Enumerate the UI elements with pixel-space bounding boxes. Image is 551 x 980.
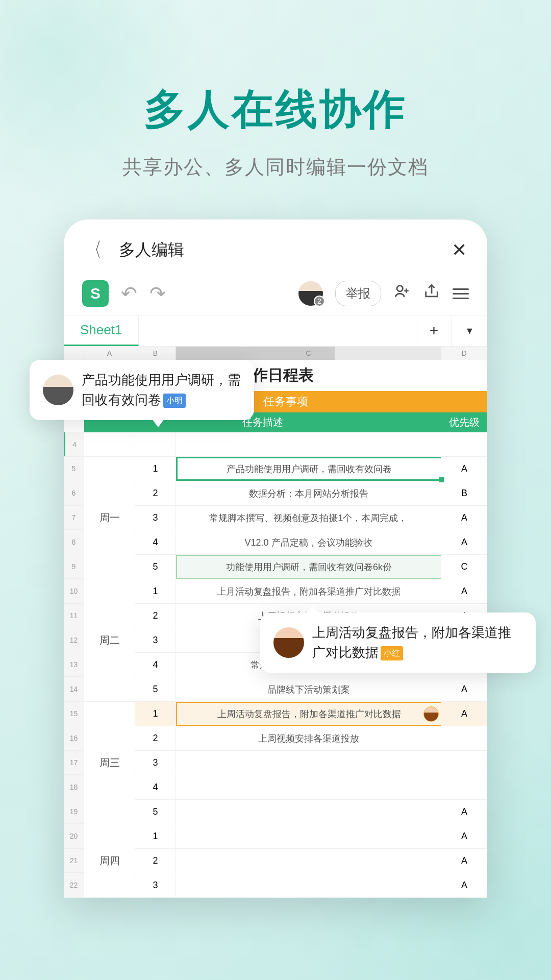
day-cell-mon[interactable]: 周一 bbox=[84, 511, 135, 525]
row-number[interactable]: 18 bbox=[64, 775, 84, 799]
table-row[interactable]: 1 产品功能使用用户调研，需回收有效问卷 A bbox=[135, 457, 487, 481]
comment-bubble-1: 产品功能使用用户调研，需回收有效问卷小明 bbox=[30, 360, 254, 420]
row-number[interactable]: 6 bbox=[64, 481, 84, 506]
table-row[interactable]: 4 bbox=[135, 775, 487, 800]
table-row[interactable]: 2上周视频安排各渠道投放 bbox=[135, 726, 487, 751]
col-header-b[interactable]: B bbox=[135, 347, 176, 360]
collaborator-editing-cell: 上周活动复盘报告，附加各渠道推广对比数据 bbox=[176, 702, 441, 726]
menu-icon[interactable] bbox=[453, 288, 469, 299]
undo-icon[interactable]: ↶ bbox=[121, 282, 137, 305]
row-number[interactable]: 5 bbox=[64, 457, 84, 481]
row-number[interactable]: 10 bbox=[64, 579, 84, 604]
avatar-icon bbox=[43, 375, 73, 405]
table-row[interactable]: 1A bbox=[135, 824, 487, 849]
comment-bubble-2: 上周活动复盘报告，附加各渠道推广对比数据小红 bbox=[260, 612, 536, 673]
sheet-dropdown[interactable]: ▼ bbox=[452, 315, 487, 346]
table-row[interactable]: 4V12.0 产品定稿，会议功能验收A bbox=[135, 530, 487, 555]
col-header-d[interactable]: D bbox=[441, 347, 487, 360]
svg-point-0 bbox=[397, 285, 403, 291]
table-row[interactable]: 5品牌线下活动策划案A bbox=[135, 677, 487, 702]
back-button[interactable]: 〈 bbox=[87, 236, 102, 264]
col-header-a[interactable]: A bbox=[84, 347, 135, 360]
collaborator-avatar[interactable]: 2 bbox=[298, 281, 323, 306]
day-cell-wed[interactable]: 周三 bbox=[84, 756, 135, 770]
comment-text: 产品功能使用用户调研，需回收有效问卷小明 bbox=[82, 370, 241, 410]
row-number[interactable]: 13 bbox=[64, 652, 84, 677]
day-cell-tue[interactable]: 周二 bbox=[84, 633, 135, 647]
share-icon[interactable] bbox=[423, 283, 440, 305]
collaborator-cursor-avatar bbox=[423, 706, 439, 722]
collaborator-count: 2 bbox=[314, 296, 325, 307]
row-number[interactable]: 22 bbox=[64, 873, 84, 897]
table-row[interactable]: 2数据分析：本月网站分析报告B bbox=[135, 481, 487, 506]
comment-text: 上周活动复盘报告，附加各渠道推广对比数据小红 bbox=[312, 623, 522, 663]
user-tag: 小红 bbox=[381, 646, 403, 660]
table-row[interactable]: 1 上周活动复盘报告，附加各渠道推广对比数据 A bbox=[135, 702, 487, 726]
row-number[interactable]: 15 bbox=[64, 702, 84, 726]
hero-subtitle: 共享办公、多人同时编辑一份文档 bbox=[0, 154, 551, 180]
row-number[interactable]: 16 bbox=[64, 726, 84, 751]
row-number[interactable]: 7 bbox=[64, 506, 84, 530]
table-row[interactable]: 5A bbox=[135, 800, 487, 824]
row-number[interactable]: 20 bbox=[64, 824, 84, 849]
col-header-c[interactable]: C bbox=[176, 347, 441, 360]
redo-icon[interactable]: ↷ bbox=[149, 282, 166, 305]
table-row[interactable]: 3 bbox=[135, 751, 487, 775]
row-number[interactable]: 4 bbox=[64, 432, 84, 456]
row-number[interactable]: 9 bbox=[64, 554, 84, 579]
table-row[interactable]: 3A bbox=[135, 873, 487, 898]
day-cell-thu[interactable]: 周四 bbox=[84, 854, 135, 868]
row-number[interactable]: 21 bbox=[64, 849, 84, 873]
report-button[interactable]: 举报 bbox=[335, 281, 381, 306]
table-row[interactable]: 1上月活动复盘报告，附加各渠道推广对比数据A bbox=[135, 579, 487, 604]
table-row[interactable]: 2A bbox=[135, 849, 487, 873]
user-tag: 小明 bbox=[163, 394, 186, 408]
row-number[interactable]: 19 bbox=[64, 799, 84, 824]
row-number[interactable]: 17 bbox=[64, 751, 84, 775]
app-title: 多人编辑 bbox=[119, 239, 452, 261]
table-row[interactable]: 5功能使用用户调研，需回收有效问卷6k份C bbox=[135, 555, 487, 579]
close-button[interactable]: ✕ bbox=[452, 239, 467, 261]
header-priority[interactable]: 优先级 bbox=[441, 412, 487, 432]
row-number[interactable]: 14 bbox=[64, 677, 84, 701]
spreadsheet-app-icon: S bbox=[82, 280, 109, 307]
phone-mockup: 〈 多人编辑 ✕ S ↶ ↷ 2 举报 Sheet1 + ▼ A B C D 工… bbox=[64, 219, 487, 898]
active-cell: 产品功能使用用户调研，需回收有效问卷 bbox=[176, 457, 441, 481]
sheet-tab-1[interactable]: Sheet1 bbox=[64, 315, 139, 346]
avatar-icon bbox=[273, 627, 304, 658]
hero-title: 多人在线协作 bbox=[0, 82, 551, 138]
add-user-icon[interactable] bbox=[393, 283, 411, 305]
row-number[interactable]: 11 bbox=[64, 604, 84, 628]
table-row[interactable]: 3常规脚本撰写、视频创意及拍摄1个，本周完成，A bbox=[135, 506, 487, 530]
row-number[interactable]: 12 bbox=[64, 628, 84, 653]
add-sheet-button[interactable]: + bbox=[416, 315, 452, 346]
column-headers: A B C D bbox=[64, 347, 487, 360]
row-number[interactable]: 8 bbox=[64, 530, 84, 554]
